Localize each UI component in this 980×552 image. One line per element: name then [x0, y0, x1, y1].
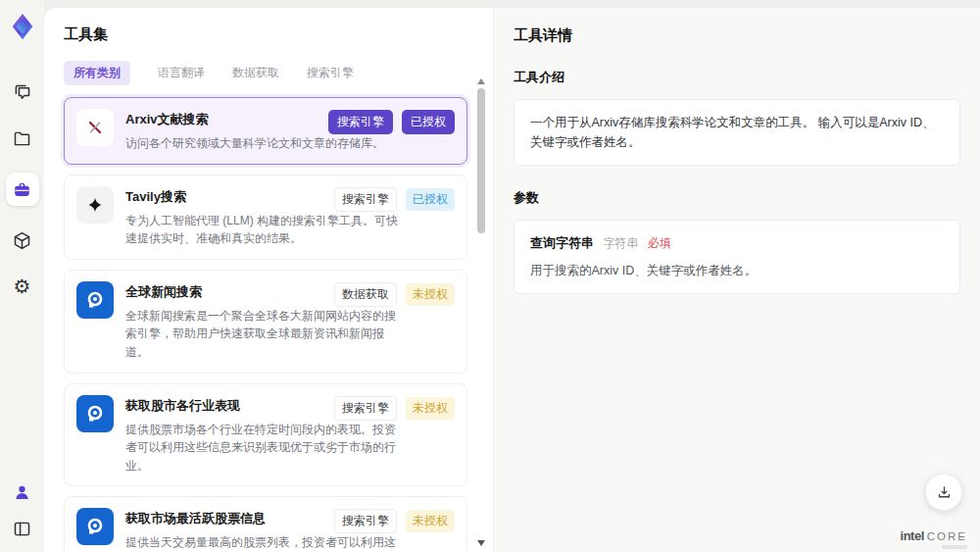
folder-icon[interactable] — [11, 126, 34, 150]
category-badge: 数据获取 — [334, 282, 397, 307]
scroll-up-arrow[interactable] — [477, 78, 485, 84]
category-badge: 搜索引擎 — [334, 396, 397, 421]
tool-card[interactable]: 获取股市各行业表现提供股票市场各个行业在特定时间段内的表现。投资者可以利用这些信… — [64, 383, 467, 487]
tool-description: 专为人工智能代理 (LLM) 构建的搜索引擎工具。可快速提供实时、准确和真实的结… — [125, 212, 404, 248]
page-title: 工具集 — [64, 25, 493, 44]
tool-description: 提供当天交易量最高的股票列表，投资者可以利用这些信息来识别流动性强的股票和潜在的… — [125, 533, 404, 552]
authorization-status-badge: 已授权 — [402, 110, 455, 134]
intel-core-logo: intel CORE — [901, 528, 967, 543]
category-badge: 搜索引擎 — [334, 187, 397, 212]
tab-category-2[interactable]: 数据获取 — [232, 61, 279, 85]
news-app-icon — [76, 395, 114, 432]
cube-icon[interactable] — [11, 228, 34, 252]
rail-nav: ⚙ — [6, 80, 39, 298]
tool-list: Arxiv文献搜索访问各个研究领域大量科学论文和文章的存储库。搜索引擎已授权Ta… — [64, 97, 467, 552]
tool-description: 全球新闻搜索是一个聚合全球各大新闻网站内容的搜索引擎，帮助用户快速获取全球最新资… — [125, 307, 404, 362]
brand-underline — [942, 545, 967, 549]
category-badge: 搜索引擎 — [328, 110, 393, 134]
list-scrollbar[interactable] — [476, 78, 486, 546]
user-icon[interactable] — [11, 480, 34, 504]
download-button[interactable] — [925, 474, 962, 511]
scrollbar-thumb[interactable] — [477, 88, 485, 233]
tool-badges: 数据获取未授权 — [334, 282, 455, 307]
param-header: 查询字符串 字符串 必填 — [530, 233, 944, 254]
tool-list-panel: 工具集 所有类别语言翻译数据获取搜索引擎 Arxiv文献搜索访问各个研究领域大量… — [44, 8, 493, 552]
tool-description: 访问各个研究领域大量科学论文和文章的存储库。 — [125, 134, 404, 153]
news-app-icon — [76, 281, 114, 319]
intro-heading: 工具介绍 — [514, 69, 960, 86]
authorization-status-badge: 未授权 — [406, 283, 455, 306]
authorization-status-badge: 已授权 — [406, 188, 455, 211]
tab-category-3[interactable]: 搜索引擎 — [307, 61, 354, 85]
news-app-icon — [76, 508, 114, 545]
param-box: 查询字符串 字符串 必填 用于搜索的Arxiv ID、关键字或作者姓名。 — [514, 220, 960, 294]
tool-detail-panel: 工具详情 工具介绍 一个用于从Arxiv存储库搜索科学论文和文章的工具。 输入可… — [493, 8, 980, 552]
tool-card[interactable]: 获取市场最活跃股票信息提供当天交易量最高的股票列表，投资者可以利用这些信息来识别… — [64, 496, 467, 552]
tool-badges: 搜索引擎未授权 — [334, 509, 455, 533]
tool-badges: 搜索引擎已授权 — [328, 110, 455, 134]
authorization-status-badge: 未授权 — [406, 510, 455, 532]
tab-all-categories[interactable]: 所有类别 — [64, 61, 130, 85]
scroll-down-arrow[interactable] — [477, 540, 485, 546]
authorization-status-badge: 未授权 — [406, 397, 455, 420]
tool-card[interactable]: Tavily搜索专为人工智能代理 (LLM) 构建的搜索引擎工具。可快速提供实时… — [64, 175, 467, 260]
briefcase-icon[interactable] — [6, 173, 39, 206]
param-required-badge: 必填 — [648, 236, 671, 250]
download-icon — [936, 484, 953, 501]
detail-title: 工具详情 — [514, 26, 960, 45]
category-badge: 搜索引擎 — [334, 509, 397, 533]
tab-category-1[interactable]: 语言翻译 — [158, 61, 205, 85]
arxiv-logo-icon — [76, 109, 114, 146]
param-description: 用于搜索的Arxiv ID、关键字或作者姓名。 — [530, 261, 944, 280]
app-logo — [8, 12, 37, 41]
intro-box: 一个用于从Arxiv存储库搜索科学论文和文章的工具。 输入可以是Arxiv ID… — [514, 99, 960, 166]
intel-wordmark: intel — [901, 528, 924, 543]
params-heading: 参数 — [514, 189, 960, 207]
panel-layout-icon[interactable] — [11, 517, 34, 540]
param-name: 查询字符串 — [530, 235, 594, 250]
tool-card[interactable]: Arxiv文献搜索访问各个研究领域大量科学论文和文章的存储库。搜索引擎已授权 — [64, 97, 467, 165]
rail-bottom — [11, 480, 34, 540]
chat-icon[interactable] — [11, 80, 34, 104]
gear-icon[interactable]: ⚙ — [11, 275, 34, 298]
tool-badges: 搜索引擎未授权 — [334, 396, 455, 421]
sparkle-icon — [76, 186, 114, 224]
category-tabs: 所有类别语言翻译数据获取搜索引擎 — [64, 61, 493, 85]
app-rail: ⚙ — [0, 0, 44, 552]
tool-badges: 搜索引擎已授权 — [334, 187, 455, 212]
core-wordmark: CORE — [927, 530, 967, 542]
tool-card[interactable]: 全球新闻搜索全球新闻搜索是一个聚合全球各大新闻网站内容的搜索引擎，帮助用户快速获… — [64, 270, 467, 374]
param-type: 字符串 — [603, 236, 638, 250]
tool-description: 提供股票市场各个行业在特定时间段内的表现。投资者可以利用这些信息来识别表现优于或… — [125, 421, 404, 476]
main-content: 工具集 所有类别语言翻译数据获取搜索引擎 Arxiv文献搜索访问各个研究领域大量… — [44, 8, 980, 552]
